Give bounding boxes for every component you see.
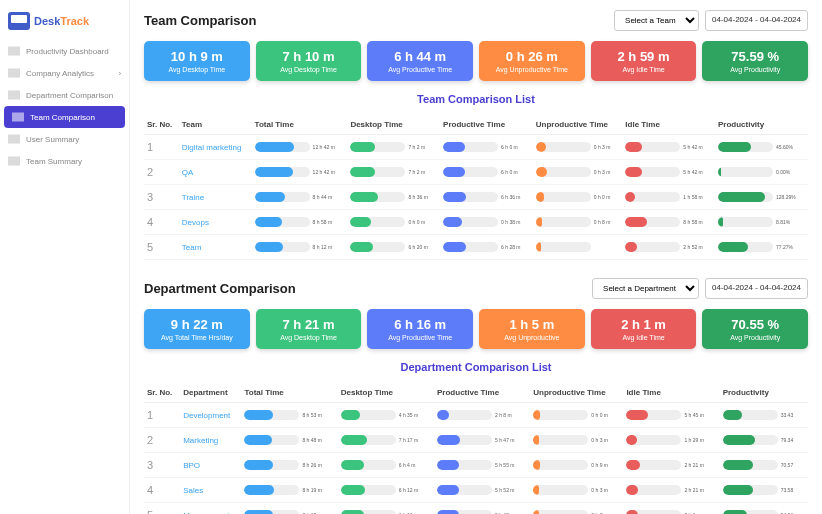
stat-card: 9 h 22 mAvg Total Time Hrs/day <box>144 309 250 349</box>
nav-item-user-summary[interactable]: User Summary <box>0 128 129 150</box>
row-link[interactable]: Digital marketing <box>179 135 252 160</box>
stat-card: 2 h 59 mAvg Idle Time <box>591 41 697 81</box>
metric-pill: 6 h 10 m <box>341 510 431 514</box>
metric-pill: 0 h 0 m <box>533 410 620 420</box>
dept-select[interactable]: Select a Department <box>592 278 699 299</box>
col-header: Department <box>180 383 241 403</box>
metric-pill: 6 h 28 m <box>443 242 530 252</box>
stat-card: 7 h 21 mAvg Desktop Time <box>256 309 362 349</box>
col-header: Desktop Time <box>347 115 440 135</box>
dept-table: Sr. No.DepartmentTotal TimeDesktop TimeP… <box>144 383 808 514</box>
nav-icon <box>8 68 20 78</box>
metric-pill: 77.27% <box>718 242 805 252</box>
metric-pill: 1 h 29 m <box>626 435 716 445</box>
metric-pill: 0 h 3 m <box>533 435 620 445</box>
metric-pill: 6 h 12 m <box>341 485 431 495</box>
metric-pill: 7 h 2 m <box>350 167 437 177</box>
stat-card: 70.55 %Avg Productivity <box>702 309 808 349</box>
nav-item-company-analytics[interactable]: Company Analytics› <box>0 62 129 84</box>
row-link[interactable]: Devops <box>179 210 252 235</box>
main-content: Team ComparisonSelect a Team04-04-2024 -… <box>130 0 822 514</box>
metric-pill: 5 h 45 m <box>626 410 716 420</box>
metric-pill: 54.36 <box>723 510 805 514</box>
row-link[interactable]: Development <box>180 403 241 428</box>
metric-pill: 12 h 42 m <box>255 167 345 177</box>
stat-card: 75.59 %Avg Productivity <box>702 41 808 81</box>
row-link[interactable]: Management <box>180 503 241 515</box>
metric-pill: 2 h 21 m <box>626 460 716 470</box>
sidebar: DeskTrack Productivity DashboardCompany … <box>0 0 130 514</box>
col-header: Productive Time <box>434 383 530 403</box>
metric-pill: 0 h 3 m <box>536 142 620 152</box>
row-link[interactable]: Sales <box>180 478 241 503</box>
nav-icon <box>8 134 20 144</box>
metric-pill: 4 h 35 m <box>341 410 431 420</box>
col-header: Productivity <box>720 383 808 403</box>
metric-pill: 8 h 36 m <box>350 192 437 202</box>
metric-pill: 5 h 47 m <box>437 435 527 445</box>
row-link[interactable]: BPO <box>180 453 241 478</box>
svg-rect-2 <box>8 91 20 100</box>
stat-card: 6 h 16 mAvg Productive Time <box>367 309 473 349</box>
metric-pill: 2 h 52 m <box>625 242 712 252</box>
metric-pill: 8 h 44 m <box>255 192 345 202</box>
metric-pill: 0 h 3 m <box>536 167 620 177</box>
col-header: Unproductive Time <box>533 115 623 135</box>
row-link[interactable]: Traine <box>179 185 252 210</box>
col-header: Productivity <box>715 115 808 135</box>
metric-pill: 5 h 52 m <box>437 485 527 495</box>
metric-pill: 6 h 0 m <box>443 167 530 177</box>
svg-rect-4 <box>8 135 20 144</box>
dept-list-title: Department Comparison List <box>144 361 808 373</box>
svg-rect-5 <box>8 157 20 166</box>
metric-pill: 8 h 19 m <box>244 485 334 495</box>
nav-icon <box>8 156 20 166</box>
col-header: Sr. No. <box>144 383 180 403</box>
metric-pill: 0 h 3 m <box>533 510 620 514</box>
metric-pill: 6 h 36 m <box>443 192 530 202</box>
metric-pill: 5 h 42 m <box>437 510 527 514</box>
metric-pill: 2 h 21 m <box>626 485 716 495</box>
row-link[interactable]: QA <box>179 160 252 185</box>
metric-pill: 7 h 2 m <box>350 142 437 152</box>
metric-pill: 8 h 26 m <box>244 460 334 470</box>
row-link[interactable]: Team <box>179 235 252 260</box>
logo: DeskTrack <box>0 8 129 40</box>
col-header: Unproductive Time <box>530 383 623 403</box>
nav-item-team-summary[interactable]: Team Summary <box>0 150 129 172</box>
metric-pill: 5 h 42 m <box>625 142 712 152</box>
nav-item-department-comparison[interactable]: Department Comparison <box>0 84 129 106</box>
svg-rect-3 <box>12 113 24 122</box>
col-header: Idle Time <box>622 115 715 135</box>
table-row: 2QA12 h 42 m7 h 2 m6 h 0 m0 h 3 m5 h 42 … <box>144 160 808 185</box>
metric-pill: 0 h 38 m <box>443 217 530 227</box>
col-header: Sr. No. <box>144 115 179 135</box>
metric-pill: 8 h 58 m <box>625 217 712 227</box>
metric-pill: 8 h 58 m <box>255 217 345 227</box>
metric-pill: 128.29% <box>718 192 805 202</box>
stat-card: 7 h 10 mAvg Desktop Time <box>256 41 362 81</box>
table-row: 4Sales8 h 19 m6 h 12 m5 h 52 m0 h 3 m2 h… <box>144 478 808 503</box>
metric-pill: 1 h 58 m <box>625 192 712 202</box>
metric-pill <box>536 242 620 252</box>
stat-card: 6 h 44 mAvg Productive Time <box>367 41 473 81</box>
metric-pill: 8.81% <box>718 217 805 227</box>
col-header: Team <box>179 115 252 135</box>
stat-card: 1 h 5 mAvg Unproductive <box>479 309 585 349</box>
metric-pill: 0 h 9 m <box>533 460 620 470</box>
metric-pill: 0.00% <box>718 167 805 177</box>
table-row: 1Development8 h 53 m4 h 35 m2 h 8 m0 h 0… <box>144 403 808 428</box>
row-link[interactable]: Marketing <box>180 428 241 453</box>
dept-date-range[interactable]: 04-04-2024 - 04-04-2024 <box>705 278 808 299</box>
nav-item-productivity-dashboard[interactable]: Productivity Dashboard <box>0 40 129 62</box>
dept-title: Department Comparison <box>144 281 296 296</box>
nav-item-team-comparison[interactable]: Team Comparison <box>4 106 125 128</box>
stat-card: 10 h 9 mAvg Desktop Time <box>144 41 250 81</box>
team-date-range[interactable]: 04-04-2024 - 04-04-2024 <box>705 10 808 31</box>
metric-pill: 8 h 12 m <box>255 242 345 252</box>
team-select[interactable]: Select a Team <box>614 10 699 31</box>
metric-pill: 6 h 4 m <box>341 460 431 470</box>
metric-pill: 73.58 <box>723 485 805 495</box>
metric-pill: 33.43 <box>723 410 805 420</box>
nav-icon <box>8 46 20 56</box>
